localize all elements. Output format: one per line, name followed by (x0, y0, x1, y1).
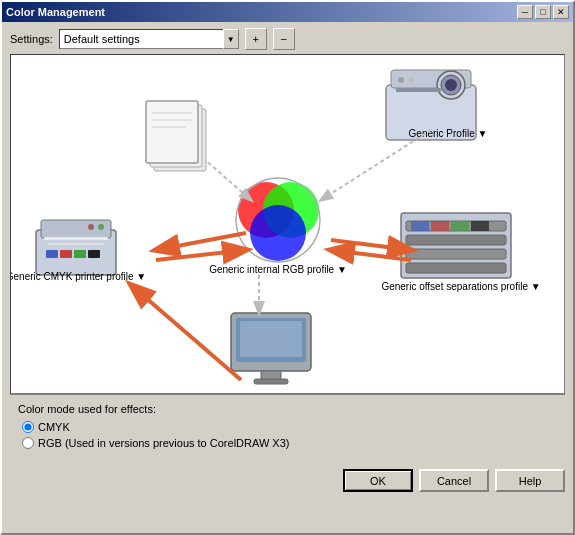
svg-line-40 (331, 240, 411, 250)
radio-rgb-input[interactable] (22, 437, 34, 449)
help-button[interactable]: Help (495, 469, 565, 492)
svg-line-41 (331, 250, 411, 260)
svg-rect-14 (46, 250, 58, 258)
svg-rect-29 (240, 321, 302, 357)
printer-label: Generic CMYK printer profile ▼ (11, 271, 146, 282)
settings-select[interactable]: Default settings (59, 29, 239, 49)
settings-select-arrow[interactable]: ▼ (223, 29, 239, 49)
svg-rect-17 (88, 250, 100, 258)
close-button[interactable]: ✕ (553, 5, 569, 19)
svg-rect-16 (74, 250, 86, 258)
svg-rect-25 (451, 221, 469, 231)
maximize-button[interactable]: □ (535, 5, 551, 19)
settings-row: Settings: Default settings ▼ + − (10, 28, 565, 50)
title-bar-buttons: ─ □ ✕ (517, 5, 569, 19)
svg-rect-20 (406, 235, 506, 245)
svg-point-7 (408, 77, 414, 83)
radio-cmyk-input[interactable] (22, 421, 34, 433)
remove-settings-button[interactable]: − (273, 28, 295, 50)
settings-select-wrapper: Default settings ▼ (59, 29, 239, 49)
rgb-label: Generic internal RGB profile ▼ (209, 264, 347, 275)
svg-rect-5 (396, 88, 441, 92)
svg-point-13 (88, 224, 94, 230)
svg-rect-21 (406, 249, 506, 259)
color-management-window: Color Management ─ □ ✕ Settings: Default… (0, 0, 575, 535)
radio-rgb[interactable]: RGB (Used in versions previous to CorelD… (22, 437, 557, 449)
settings-area: Settings: Default settings ▼ + − (2, 22, 573, 463)
button-row: OK Cancel Help (2, 463, 573, 498)
radio-cmyk-label: CMYK (38, 421, 70, 433)
scanner-label-text: Generic Profile ▼ (409, 128, 488, 139)
svg-rect-22 (406, 263, 506, 273)
svg-rect-15 (60, 250, 72, 258)
settings-label: Settings: (10, 33, 53, 45)
ok-button[interactable]: OK (343, 469, 413, 492)
svg-rect-11 (48, 243, 104, 245)
svg-point-34 (250, 205, 306, 261)
diagram-svg: Generic Profile ▼ (11, 55, 560, 394)
radio-group: CMYK RGB (Used in versions previous to C… (22, 421, 557, 449)
cancel-button[interactable]: Cancel (419, 469, 489, 492)
svg-point-4 (445, 79, 457, 91)
svg-rect-24 (431, 221, 449, 231)
svg-rect-46 (146, 101, 198, 163)
svg-point-12 (98, 224, 104, 230)
svg-point-6 (398, 77, 404, 83)
radio-rgb-label: RGB (Used in versions previous to CorelD… (38, 437, 289, 449)
title-bar: Color Management ─ □ ✕ (2, 2, 573, 22)
window-title: Color Management (6, 6, 105, 18)
color-mode-section: Color mode used for effects: CMYK RGB (U… (10, 394, 565, 457)
press-label: Generic offset separations profile ▼ (381, 281, 540, 292)
svg-line-38 (156, 233, 246, 250)
svg-rect-26 (471, 221, 489, 231)
diagram-area: Generic Profile ▼ (10, 54, 565, 394)
svg-rect-31 (254, 379, 288, 384)
minimize-button[interactable]: ─ (517, 5, 533, 19)
add-settings-button[interactable]: + (245, 28, 267, 50)
svg-line-43 (131, 285, 241, 380)
svg-line-39 (156, 250, 246, 260)
svg-rect-23 (411, 221, 429, 231)
svg-rect-10 (44, 237, 108, 240)
color-mode-label: Color mode used for effects: (18, 403, 557, 415)
radio-cmyk[interactable]: CMYK (22, 421, 557, 433)
